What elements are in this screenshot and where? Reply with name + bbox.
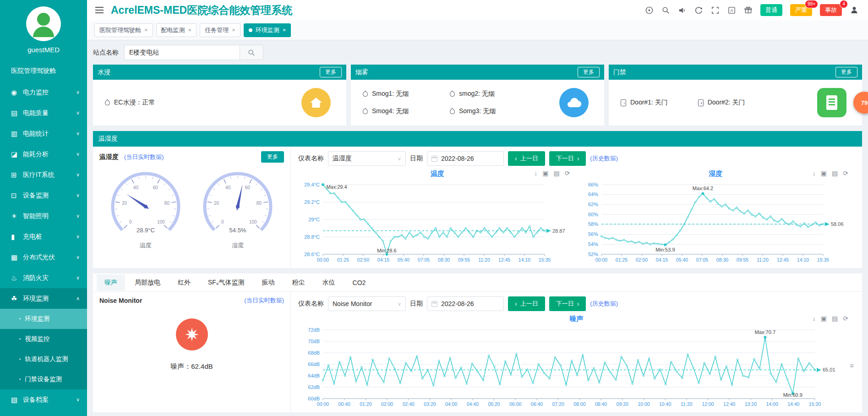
sidebar-item-medical-it[interactable]: ⊞医疗IT系统∨ (0, 164, 87, 185)
close-icon[interactable]: × (283, 27, 286, 33)
data-zoom-icon[interactable]: ≡ (850, 361, 854, 369)
font-size-icon[interactable]: A (727, 6, 736, 15)
sidebar-item-smart-lighting[interactable]: ☀智能照明∨ (0, 206, 87, 226)
restore-icon[interactable]: ▣ (821, 170, 827, 177)
prev-day-button[interactable]: ‹ 上一日 (508, 151, 545, 166)
subtab-dust[interactable]: 粉尘 (284, 274, 313, 291)
noise-chart-pane: 仪表名称 Noise Monitor ∨ 日期 2022-08-26 (291, 292, 862, 412)
status-badge-accident[interactable]: 事故 4 (820, 4, 842, 16)
refresh-icon[interactable]: ⟳ (843, 170, 848, 177)
svg-text:00:40: 00:40 (338, 401, 350, 407)
svg-text:68dB: 68dB (308, 350, 320, 356)
gauge-more-button[interactable]: 更多 (261, 151, 284, 163)
site-name-input[interactable] (124, 45, 240, 60)
chevron-down-icon: ∨ (76, 89, 80, 95)
svg-text:70dB: 70dB (308, 339, 320, 344)
sidebar-item-power-statistics[interactable]: ▥电能统计∨ (0, 123, 87, 144)
sidebar-item-energy-analysis[interactable]: ◪能耗分析∨ (0, 144, 87, 164)
announcement-icon[interactable] (678, 6, 687, 15)
meter-select-value: 温湿度 (333, 154, 352, 163)
data-view-icon[interactable]: ▤ (832, 170, 838, 177)
chevron-up-icon: ∧ (76, 296, 80, 301)
power-statistics-icon: ▥ (11, 130, 23, 138)
subtab-infrared[interactable]: 红外 (170, 274, 198, 291)
sidebar-subitem-rail-robot[interactable]: •轨道机器人监测 (0, 349, 87, 369)
sensor-item: Door#1: 关门 (621, 99, 668, 107)
history-data-link[interactable]: (历史数据) (590, 154, 618, 163)
download-icon[interactable]: ↓ (534, 170, 537, 177)
status-badge-severe[interactable]: 严重 99+ (790, 4, 812, 16)
chevron-down-icon: ∨ (76, 213, 80, 219)
tab-task-management[interactable]: 任务管理× (200, 23, 240, 37)
svg-text:02:40: 02:40 (403, 401, 415, 407)
tab-power-distribution[interactable]: 配电监测× (156, 23, 197, 37)
user-icon[interactable] (850, 5, 859, 15)
svg-text:00:00: 00:00 (317, 257, 329, 263)
fullscreen-icon[interactable] (711, 6, 720, 15)
chevron-right-icon: › (577, 300, 579, 307)
date-picker[interactable]: 2022-08-26 (427, 296, 504, 311)
close-icon[interactable]: × (144, 27, 148, 33)
smoke-more-button[interactable]: 更多 (578, 67, 600, 77)
restore-icon[interactable]: ▣ (542, 170, 548, 177)
avatar-head (37, 13, 50, 26)
svg-text:Min:53.9: Min:53.9 (655, 247, 675, 252)
svg-text:A: A (730, 8, 733, 13)
prev-day-label: 上一日 (520, 154, 538, 163)
svg-text:12:45: 12:45 (776, 257, 788, 263)
realtime-data-link[interactable]: (当日实时数据) (244, 296, 284, 305)
svg-text:12:40: 12:40 (723, 401, 735, 407)
sidebar-item-device-archive[interactable]: ▧设备档案∨ (0, 389, 87, 410)
sidebar-item-distributed-pv[interactable]: ▦分布式光伏∨ (0, 247, 87, 268)
gift-icon[interactable] (744, 6, 753, 15)
refresh-icon[interactable]: ⟳ (843, 315, 848, 322)
sidebar-item-fire-protection[interactable]: ♨消防火灾∨ (0, 268, 87, 288)
svg-text:66%: 66% (588, 182, 598, 187)
subtab-water-level[interactable]: 水位 (315, 274, 343, 291)
history-data-link[interactable]: (历史数据) (590, 300, 618, 308)
subtab-co2[interactable]: CO2 (345, 275, 374, 290)
water-more-button[interactable]: 更多 (320, 67, 342, 77)
sidebar-item-charging-pile[interactable]: ▮充电桩∨ (0, 226, 87, 247)
realtime-data-link[interactable]: (当日实时数据) (124, 153, 164, 161)
date-picker[interactable]: 2022-08-26 (427, 151, 504, 166)
subtab-vibration[interactable]: 振动 (254, 274, 283, 291)
sidebar-item-environment-monitoring[interactable]: ☘环境监测∧ (0, 288, 87, 309)
refresh-sync-icon[interactable] (694, 6, 703, 15)
status-badge-normal[interactable]: 普通 (760, 4, 782, 16)
search-icon[interactable] (661, 6, 670, 15)
svg-text:28.8°C: 28.8°C (304, 234, 320, 240)
sidebar-subitem-environment-monitoring[interactable]: •环境监测 (0, 309, 87, 329)
next-day-button[interactable]: 下一日 › (549, 151, 586, 166)
svg-text:08:30: 08:30 (716, 257, 728, 263)
sidebar-subitem-video-surveillance[interactable]: •视频监控 (0, 329, 87, 349)
prev-day-button[interactable]: ‹ 上一日 (508, 296, 545, 311)
subtab-noise[interactable]: 噪声 (97, 274, 125, 291)
meter-select[interactable]: 温湿度 ∨ (328, 151, 406, 166)
door-more-button[interactable]: 更多 (835, 67, 857, 77)
sidebar-item-hospital-cockpit[interactable]: 医院管理驾驶舱 (0, 61, 87, 81)
meter-select[interactable]: Noise Monitor ∨ (328, 296, 406, 311)
close-icon[interactable]: × (188, 27, 192, 33)
menu-toggle-icon[interactable] (94, 6, 104, 14)
download-icon[interactable]: ↓ (813, 170, 816, 177)
data-view-icon[interactable]: ▤ (832, 315, 838, 322)
compass-icon[interactable] (645, 6, 654, 15)
fire-protection-icon: ♨ (11, 274, 23, 282)
restore-icon[interactable]: ▣ (821, 315, 827, 322)
sidebar-item-power-quality[interactable]: ▤电能质量∨ (0, 103, 87, 123)
close-icon[interactable]: × (232, 27, 235, 33)
tab-environment-monitoring[interactable]: 环境监测× (244, 23, 291, 37)
next-day-button[interactable]: 下一日 › (549, 296, 586, 311)
search-button[interactable] (240, 45, 263, 60)
download-icon[interactable]: ↓ (813, 315, 816, 322)
data-view-icon[interactable]: ▤ (554, 170, 560, 177)
subtab-sf6-gas[interactable]: SF₆气体监测 (200, 274, 252, 291)
sidebar-item-power-monitoring[interactable]: ◉电力监控∨ (0, 82, 87, 103)
sensor-cards-row: 水浸 更多 EC水浸：正常 烟雾 更多 (93, 65, 862, 126)
refresh-icon[interactable]: ⟳ (565, 170, 570, 177)
sidebar-item-device-monitoring[interactable]: ⊡设备监测∨ (0, 185, 87, 206)
tab-hospital-cockpit[interactable]: 医院管理驾驶舱× (94, 23, 153, 37)
sidebar-subitem-door-device[interactable]: •门禁设备监测 (0, 369, 87, 389)
subtab-partial-discharge[interactable]: 局部放电 (127, 274, 168, 291)
